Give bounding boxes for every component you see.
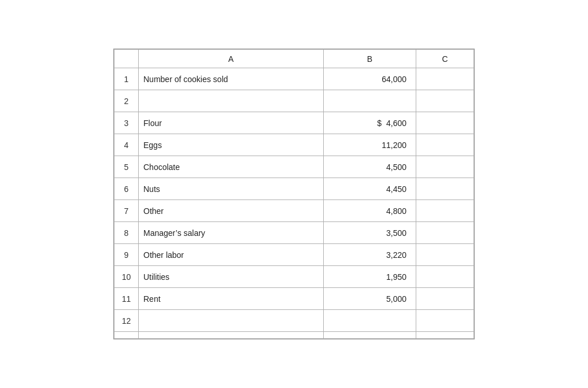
cell-col-c[interactable] bbox=[416, 134, 474, 156]
cell-col-c[interactable] bbox=[416, 156, 474, 178]
table-row: 8Manager’s salary3,500 bbox=[114, 222, 474, 244]
cell-col-b[interactable]: 3,500 bbox=[324, 222, 416, 244]
table-row: 5Chocolate4,500 bbox=[114, 156, 474, 178]
cell-col-a[interactable]: Eggs bbox=[139, 134, 324, 156]
cell-col-b[interactable] bbox=[324, 90, 416, 112]
cell-col-a[interactable]: Utilities bbox=[139, 266, 324, 288]
cell-col-c[interactable] bbox=[416, 200, 474, 222]
cell-col-b[interactable]: 4,450 bbox=[324, 178, 416, 200]
cell-col-c[interactable] bbox=[416, 90, 474, 112]
cell-col-a[interactable]: Manager’s salary bbox=[139, 222, 324, 244]
table-row: 10Utilities1,950 bbox=[114, 266, 474, 288]
cell-col-c[interactable] bbox=[416, 68, 474, 90]
cell-col-c[interactable] bbox=[416, 244, 474, 266]
cell-col-c[interactable] bbox=[416, 310, 474, 332]
row-number: 8 bbox=[114, 222, 139, 244]
row-number: 12 bbox=[114, 310, 139, 332]
header-row: A B C bbox=[114, 50, 474, 68]
table-row: 12 bbox=[114, 310, 474, 332]
cell-col-a[interactable] bbox=[139, 90, 324, 112]
cell-col-b[interactable]: $4,600 bbox=[324, 112, 416, 134]
row-number: 2 bbox=[114, 90, 139, 112]
table-row: 11Rent5,000 bbox=[114, 288, 474, 310]
cell-col-c[interactable] bbox=[416, 288, 474, 310]
cell-col-a[interactable]: Number of cookies sold bbox=[139, 68, 324, 90]
cell-col-a[interactable]: Other bbox=[139, 200, 324, 222]
cell-col-c[interactable] bbox=[416, 222, 474, 244]
cell-col-b[interactable]: 4,800 bbox=[324, 200, 416, 222]
table-row: 2 bbox=[114, 90, 474, 112]
header-row-num bbox=[114, 50, 139, 68]
table-row: 4Eggs11,200 bbox=[114, 134, 474, 156]
cell-col-b[interactable]: 5,000 bbox=[324, 288, 416, 310]
cell-col-c[interactable] bbox=[416, 266, 474, 288]
cell-col-a[interactable]: Other labor bbox=[139, 244, 324, 266]
table-row: 9Other labor3,220 bbox=[114, 244, 474, 266]
table-row: 3Flour$4,600 bbox=[114, 112, 474, 134]
table-row: 1Number of cookies sold64,000 bbox=[114, 68, 474, 90]
dollar-sign: $ bbox=[377, 119, 382, 128]
spreadsheet: A B C 1Number of cookies sold64,00023Flo… bbox=[113, 49, 475, 339]
row-number: 9 bbox=[114, 244, 139, 266]
header-col-a: A bbox=[139, 50, 324, 68]
cell-col-a[interactable]: Nuts bbox=[139, 178, 324, 200]
row-number: 6 bbox=[114, 178, 139, 200]
cell-col-a[interactable]: Rent bbox=[139, 288, 324, 310]
row-number: 11 bbox=[114, 288, 139, 310]
cell-col-a[interactable]: Flour bbox=[139, 112, 324, 134]
table-row: 6Nuts4,450 bbox=[114, 178, 474, 200]
cell-col-b[interactable]: 4,500 bbox=[324, 156, 416, 178]
cell-col-b[interactable]: 64,000 bbox=[324, 68, 416, 90]
row-number: 1 bbox=[114, 68, 139, 90]
cell-col-b[interactable]: 1,950 bbox=[324, 266, 416, 288]
row-number: 4 bbox=[114, 134, 139, 156]
table-row: 7Other4,800 bbox=[114, 200, 474, 222]
header-col-c: C bbox=[416, 50, 474, 68]
header-col-b: B bbox=[324, 50, 416, 68]
cell-col-b[interactable] bbox=[324, 310, 416, 332]
row-number: 3 bbox=[114, 112, 139, 134]
cell-col-c[interactable] bbox=[416, 112, 474, 134]
row-number: 7 bbox=[114, 200, 139, 222]
cell-col-a[interactable]: Chocolate bbox=[139, 156, 324, 178]
extra-row bbox=[114, 332, 474, 339]
cell-col-b[interactable]: 11,200 bbox=[324, 134, 416, 156]
cell-col-a[interactable] bbox=[139, 310, 324, 332]
row-number: 5 bbox=[114, 156, 139, 178]
cell-col-b[interactable]: 3,220 bbox=[324, 244, 416, 266]
row-number: 10 bbox=[114, 266, 139, 288]
cell-col-c[interactable] bbox=[416, 178, 474, 200]
